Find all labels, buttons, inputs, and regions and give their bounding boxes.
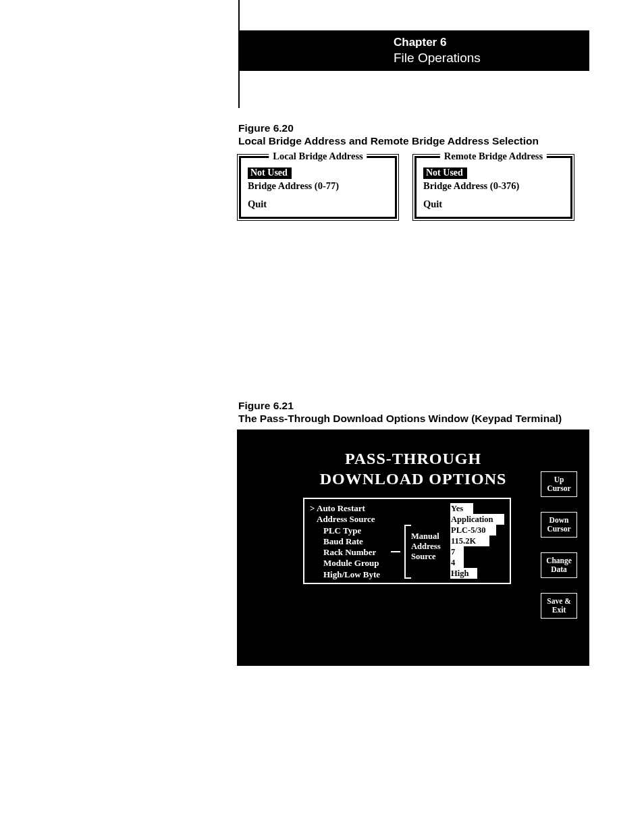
window-title-line1: PASS-THROUGH xyxy=(237,448,589,469)
window-title: PASS-THROUGH DOWNLOAD OPTIONS xyxy=(237,429,589,489)
opt-plc-type[interactable]: PLC Type xyxy=(323,525,361,536)
remote-quit[interactable]: Quit xyxy=(423,199,564,210)
up-cursor-button[interactable]: Up Cursor xyxy=(541,471,577,497)
figure-desc: Local Bridge Address and Remote Bridge A… xyxy=(238,134,539,147)
chapter-number: Chapter 6 xyxy=(394,36,589,49)
cursor-indicator: > xyxy=(310,503,317,514)
mas-l3: Source xyxy=(411,552,441,562)
opt-baud-rate[interactable]: Baud Rate xyxy=(323,536,363,546)
bracket-icon xyxy=(399,525,411,579)
mas-l2: Address xyxy=(411,542,441,552)
opt-address-source[interactable]: Address Source xyxy=(317,514,375,524)
softkey-column: Up Cursor Down Cursor Change Data Save &… xyxy=(541,471,577,619)
val-address-source[interactable]: Application xyxy=(450,514,504,525)
figure-6-20-caption: Figure 6.20 Local Bridge Address and Rem… xyxy=(238,122,539,148)
mas-l1: Manual xyxy=(411,531,441,542)
down-cursor-label: Down Cursor xyxy=(541,516,576,533)
change-data-button[interactable]: Change Data xyxy=(541,552,577,578)
local-not-used[interactable]: Not Used xyxy=(248,167,292,179)
figure-6-21-caption: Figure 6.21 The Pass-Through Download Op… xyxy=(238,399,562,425)
save-exit-label: Save & Exit xyxy=(541,597,576,615)
opt-rack-number[interactable]: Rack Number xyxy=(323,547,376,557)
save-exit-button[interactable]: Save & Exit xyxy=(541,593,577,619)
up-cursor-label: Up Cursor xyxy=(541,475,576,493)
change-data-label: Change Data xyxy=(541,556,576,574)
remote-bridge-box: Remote Bridge Address Not Used Bridge Ad… xyxy=(412,154,574,221)
remote-legend: Remote Bridge Address xyxy=(440,151,547,162)
remote-not-used[interactable]: Not Used xyxy=(423,167,467,179)
val-baud-rate[interactable]: 115.2K xyxy=(450,536,489,546)
val-rack-number[interactable]: 7 xyxy=(450,546,464,557)
figure-label: Figure 6.21 xyxy=(238,399,562,412)
val-plc-type[interactable]: PLC-5/30 xyxy=(450,525,496,536)
option-labels: >Auto Restart Address Source PLC Type Ba… xyxy=(310,503,380,580)
opt-module-group[interactable]: Module Group xyxy=(323,558,379,568)
chapter-banner: Chapter 6 File Operations xyxy=(238,30,589,71)
local-quit[interactable]: Quit xyxy=(248,199,388,210)
down-cursor-button[interactable]: Down Cursor xyxy=(541,512,577,538)
figure-label: Figure 6.20 xyxy=(238,122,539,134)
window-title-line2: DOWNLOAD OPTIONS xyxy=(237,469,589,489)
remote-range[interactable]: Bridge Address (0-376) xyxy=(423,180,564,192)
local-legend: Local Bridge Address xyxy=(269,151,367,162)
val-module-group[interactable]: 4 xyxy=(450,557,464,568)
pass-through-window: PASS-THROUGH DOWNLOAD OPTIONS >Auto Rest… xyxy=(237,429,589,666)
local-bridge-box: Local Bridge Address Not Used Bridge Add… xyxy=(237,154,399,221)
option-values: Yes Application PLC-5/30 115.2K 7 4 High xyxy=(450,503,504,579)
val-high-low-byte[interactable]: High xyxy=(450,568,477,579)
val-auto-restart[interactable]: Yes xyxy=(450,503,473,514)
options-panel: >Auto Restart Address Source PLC Type Ba… xyxy=(303,498,511,584)
opt-auto-restart[interactable]: Auto Restart xyxy=(317,503,365,513)
figure-desc: The Pass-Through Download Options Window… xyxy=(238,412,562,425)
manual-address-source-label: Manual Address Source xyxy=(411,531,441,562)
opt-high-low-byte[interactable]: High/Low Byte xyxy=(323,569,380,579)
chapter-title: File Operations xyxy=(394,51,589,66)
local-range[interactable]: Bridge Address (0-77) xyxy=(248,180,388,192)
